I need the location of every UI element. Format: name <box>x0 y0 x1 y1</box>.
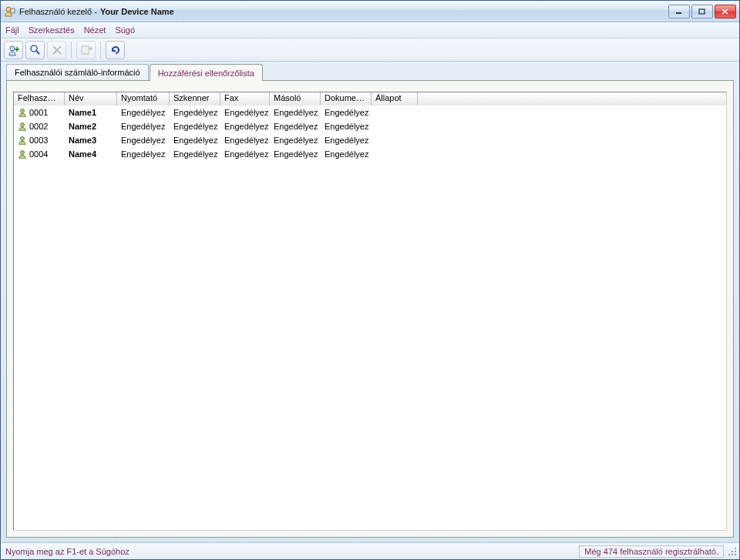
svg-point-5 <box>31 45 37 52</box>
cell-fax: Engedélyez <box>220 136 270 145</box>
tab-panel-access: Felhasználó Név Nyomtató Szkenner Fax Má… <box>6 80 734 538</box>
cell-name: Name4 <box>65 149 117 159</box>
app-window: Felhasználó kezelő - Your Device Name Fá… <box>0 0 740 560</box>
close-button[interactable] <box>715 5 736 18</box>
svg-point-8 <box>21 109 25 113</box>
menu-help[interactable]: Súgó <box>115 25 135 35</box>
menubar: Fájl Szerkesztés Nézet Súgó <box>1 22 739 39</box>
search-button[interactable] <box>25 41 45 59</box>
svg-line-6 <box>36 51 39 54</box>
cell-printer: Engedélyez <box>117 108 170 117</box>
add-user-button[interactable] <box>4 41 23 59</box>
cell-scanner: Engedélyez <box>170 108 220 117</box>
menu-edit[interactable]: Szerkesztés <box>29 25 75 35</box>
title-device: Your Device Name <box>100 7 174 16</box>
cell-fax: Engedélyez <box>220 108 270 117</box>
cell-fax: Engedélyez <box>220 149 270 159</box>
svg-rect-15 <box>728 554 730 555</box>
titlebar[interactable]: Felhasználó kezelő - Your Device Name <box>1 1 739 22</box>
minimize-button[interactable] <box>668 5 690 18</box>
statusbar: Nyomja meg az F1-et a Súgóhoz Még 474 fe… <box>1 542 739 559</box>
cell-doc: Engedélyez <box>321 136 372 145</box>
svg-point-0 <box>6 7 11 12</box>
maximize-button[interactable] <box>691 5 713 18</box>
col-name[interactable]: Név <box>65 92 117 106</box>
export-button <box>76 41 96 59</box>
col-printer[interactable]: Nyomtató <box>117 92 170 106</box>
cell-fax: Engedélyez <box>220 122 270 131</box>
cell-user: 0003 <box>14 136 65 145</box>
svg-point-11 <box>21 151 25 155</box>
cell-printer: Engedélyez <box>117 149 170 159</box>
cell-name: Name3 <box>65 136 117 145</box>
svg-rect-16 <box>732 554 733 555</box>
cell-doc: Engedélyez <box>321 122 372 131</box>
svg-rect-13 <box>732 551 733 552</box>
status-hint: Nyomja meg az F1-et a Súgóhoz <box>5 547 130 556</box>
cell-name: Name1 <box>65 108 117 117</box>
menu-view[interactable]: Nézet <box>84 25 106 35</box>
cell-scanner: Engedélyez <box>170 149 220 159</box>
cell-scanner: Engedélyez <box>170 122 220 131</box>
table-row[interactable]: 0004Name4EngedélyezEngedélyezEngedélyezE… <box>14 147 726 161</box>
table-row[interactable]: 0003Name3EngedélyezEngedélyezEngedélyezE… <box>14 133 726 147</box>
cell-copier: Engedélyez <box>270 136 321 145</box>
svg-rect-1 <box>11 8 15 13</box>
col-filler <box>418 92 726 106</box>
col-scanner[interactable]: Szkenner <box>170 92 220 106</box>
col-user[interactable]: Felhasználó <box>14 92 65 106</box>
title-app: Felhasználó kezelő - <box>19 7 97 16</box>
svg-point-4 <box>10 46 15 51</box>
toolbar-separator <box>100 42 101 59</box>
content-area: Felhasználói számláló-információ Hozzáfé… <box>6 63 734 538</box>
svg-point-9 <box>21 123 25 127</box>
cell-copier: Engedélyez <box>270 149 321 159</box>
toolbar <box>1 39 739 62</box>
cell-copier: Engedélyez <box>270 122 321 131</box>
svg-point-10 <box>21 137 25 141</box>
col-doc[interactable]: Dokumen... <box>321 92 372 106</box>
cell-name: Name2 <box>65 122 117 131</box>
svg-rect-17 <box>735 554 736 555</box>
cell-doc: Engedélyez <box>321 149 372 159</box>
cell-doc: Engedélyez <box>321 108 372 117</box>
tabstrip: Felhasználói számláló-információ Hozzáfé… <box>6 63 734 80</box>
tab-counter-info[interactable]: Felhasználói számláló-információ <box>6 64 149 80</box>
menu-file[interactable]: Fájl <box>5 25 19 35</box>
cell-printer: Engedélyez <box>117 136 170 145</box>
status-remaining: Még 474 felhasználó regisztrálható. <box>579 545 724 558</box>
cell-printer: Engedélyez <box>117 122 170 131</box>
svg-rect-12 <box>735 548 736 549</box>
listview-header: Felhasználó Név Nyomtató Szkenner Fax Má… <box>14 92 726 106</box>
app-icon <box>4 5 16 18</box>
delete-button <box>47 41 66 59</box>
cell-user: 0004 <box>14 149 65 159</box>
cell-user: 0001 <box>14 108 65 117</box>
cell-user: 0002 <box>14 122 65 131</box>
svg-rect-3 <box>699 9 705 14</box>
refresh-button[interactable] <box>106 41 125 59</box>
table-row[interactable]: 0002Name2EngedélyezEngedélyezEngedélyezE… <box>14 119 726 133</box>
cell-scanner: Engedélyez <box>170 136 220 145</box>
svg-rect-14 <box>735 551 736 552</box>
tab-access-list[interactable]: Hozzáférési ellenőrzőlista <box>150 64 263 81</box>
cell-copier: Engedélyez <box>270 108 321 117</box>
resize-grip-icon[interactable] <box>727 546 738 557</box>
table-row[interactable]: 0001Name1EngedélyezEngedélyezEngedélyezE… <box>14 106 726 119</box>
user-listview[interactable]: Felhasználó Név Nyomtató Szkenner Fax Má… <box>13 92 727 531</box>
toolbar-separator <box>71 42 72 59</box>
col-status[interactable]: Állapot <box>372 92 418 106</box>
col-copier[interactable]: Másoló <box>270 92 321 106</box>
window-title: Felhasználó kezelő - Your Device Name <box>19 7 668 16</box>
window-controls <box>668 5 736 18</box>
col-fax[interactable]: Fax <box>220 92 270 106</box>
svg-rect-7 <box>82 46 89 54</box>
listview-body[interactable]: 0001Name1EngedélyezEngedélyezEngedélyezE… <box>14 106 726 530</box>
